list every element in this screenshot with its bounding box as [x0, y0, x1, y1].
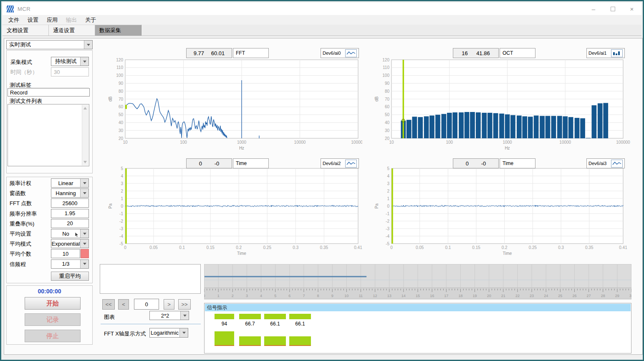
param-value-5: No	[51, 229, 80, 238]
param-select-5[interactable]: No	[51, 229, 89, 238]
start-button[interactable]: 开始	[25, 297, 81, 310]
param-select-0[interactable]: Linear	[51, 178, 89, 188]
svg-text:10: 10	[123, 140, 128, 145]
chevron-down-icon[interactable]	[80, 179, 88, 187]
maximize-button[interactable]	[603, 3, 622, 15]
param-input-3[interactable]: 1.95	[51, 209, 89, 218]
minimize-button[interactable]: –	[584, 3, 603, 15]
param-label-8: 倍频程	[10, 261, 26, 268]
time2-type-box[interactable]: Time	[500, 158, 535, 168]
record-overview[interactable]: 0123456789101112131415161718192021222324…	[204, 264, 631, 300]
tab-1[interactable]: 通道设置	[49, 25, 95, 36]
oct-type-box[interactable]: OCT	[500, 48, 535, 58]
stop-button[interactable]: 停止	[25, 330, 81, 342]
param-input-7[interactable]: 10	[51, 249, 80, 258]
menu-item-1[interactable]: 设置	[28, 16, 38, 24]
nav-index-input[interactable]: 0	[134, 299, 159, 310]
nav-last-button[interactable]: >>	[178, 299, 191, 310]
param-value-8: 1/3	[51, 260, 80, 268]
svg-text:0.15: 0.15	[472, 245, 480, 250]
param-input-2[interactable]: 25600	[51, 198, 89, 208]
chevron-down-icon[interactable]	[80, 260, 88, 268]
oct-chart: 16 41.86 OCT Dev6/ai1 203040506070809010…	[365, 41, 641, 154]
chevron-down-icon[interactable]	[84, 41, 92, 49]
param-select-8[interactable]: 1/3	[51, 259, 89, 269]
nav-preview-box	[100, 264, 201, 294]
test-mode-select[interactable]: 实时测试	[6, 40, 93, 49]
param-label-3: 频率分辨率	[10, 210, 37, 218]
chevron-down-icon[interactable]	[80, 239, 88, 248]
time-input[interactable]: 30	[51, 67, 89, 76]
signal-indicator-bar	[289, 314, 311, 319]
menu-bar: 文件设置应用输出关于	[3, 15, 641, 25]
fft-channel-box[interactable]: Dev6/ai0	[321, 48, 359, 58]
svg-text:0.05: 0.05	[149, 245, 158, 250]
tab-2[interactable]: 数据采集	[95, 25, 141, 36]
time2-channel-box[interactable]: Dev6/ai3	[586, 158, 625, 168]
app-icon	[7, 5, 14, 13]
oct-channel-box[interactable]: Dev6/ai1	[586, 48, 625, 58]
scrollbar[interactable]	[82, 105, 88, 165]
time1-plot[interactable]: -5-4-3-2-101234500.050.10.150.20.250.30.…	[98, 156, 362, 261]
param-label-7: 平均个数	[10, 250, 31, 258]
svg-text:10: 10	[344, 294, 349, 298]
nav-prev-button[interactable]: <	[118, 299, 129, 310]
close-button[interactable]: ×	[622, 3, 641, 15]
time1-channel-box[interactable]: Dev6/ai2	[321, 158, 359, 168]
time2-cursor-readout: 0 -0	[453, 158, 499, 168]
menu-item-0[interactable]: 文件	[8, 16, 19, 24]
time-label: 时间（秒）	[10, 69, 38, 76]
svg-text:0.35: 0.35	[585, 245, 593, 250]
time1-chart: 0 -0 Time Dev6/ai2 -5-4-3-2-101234500.05…	[98, 156, 362, 261]
svg-text:0.41: 0.41	[619, 245, 627, 250]
chevron-down-icon[interactable]	[80, 57, 88, 66]
param-select-6[interactable]: Exponential	[51, 239, 89, 248]
svg-text:100000: 100000	[351, 140, 362, 145]
param-select-1[interactable]: Hanning	[51, 188, 89, 198]
chevron-down-icon[interactable]	[179, 328, 188, 337]
time2-plot[interactable]: -5-4-3-2-101234500.050.10.150.20.250.30.…	[365, 156, 641, 261]
param-value-0: Linear	[51, 179, 80, 187]
svg-text:4: 4	[260, 294, 262, 298]
fft-type-box[interactable]: FFT	[233, 48, 269, 58]
svg-text:7: 7	[303, 294, 305, 298]
svg-text:19: 19	[473, 294, 477, 298]
scroll-up-icon[interactable]	[83, 107, 87, 109]
signal-indicator-bar	[239, 314, 261, 319]
svg-text:100: 100	[180, 140, 187, 145]
svg-text:1: 1	[387, 196, 389, 201]
nav-next-button[interactable]: >	[164, 299, 174, 310]
restart-average-button[interactable]: 重启平均	[51, 272, 89, 281]
app-window: MCR – × 文件设置应用输出关于 文档设置通道设置数据采集 实时测试 采集模…	[0, 0, 644, 361]
scroll-down-icon[interactable]	[83, 161, 87, 163]
signal-level-value: 66.1	[264, 321, 286, 327]
chart-layout-select[interactable]: 2*2	[149, 311, 189, 320]
svg-text:70: 70	[119, 97, 124, 102]
svg-text:21: 21	[501, 294, 505, 298]
svg-text:2: 2	[387, 189, 389, 193]
svg-text:Hz: Hz	[505, 146, 510, 150]
chevron-down-icon[interactable]	[80, 229, 88, 238]
svg-text:1000: 1000	[237, 140, 247, 145]
svg-text:9: 9	[331, 294, 333, 298]
acq-mode-select[interactable]: 持续测试	[51, 57, 89, 66]
chevron-down-icon[interactable]	[80, 189, 88, 197]
nav-first-button[interactable]: <<	[102, 299, 115, 310]
menu-item-4[interactable]: 关于	[85, 16, 96, 24]
chevron-down-icon[interactable]	[180, 311, 189, 320]
svg-text:23: 23	[530, 294, 534, 298]
param-input-4[interactable]: 20	[51, 219, 89, 228]
time1-type-box[interactable]: Time	[233, 158, 269, 168]
svg-text:0.15: 0.15	[206, 245, 215, 250]
tab-strip: 文档设置通道设置数据采集	[3, 25, 641, 36]
test-file-list[interactable]	[8, 104, 89, 166]
chart-layout-label: 图表	[104, 313, 115, 321]
svg-text:0.3: 0.3	[293, 245, 298, 250]
menu-item-2[interactable]: 应用	[47, 16, 58, 24]
fft-axis-select[interactable]: Logarithmic	[149, 328, 188, 338]
record-button[interactable]: 记录	[25, 313, 81, 326]
test-tag-input[interactable]: Record	[8, 88, 90, 97]
svg-text:15: 15	[416, 294, 420, 298]
tab-0[interactable]: 文档设置	[3, 25, 49, 36]
svg-text:50: 50	[119, 112, 124, 117]
